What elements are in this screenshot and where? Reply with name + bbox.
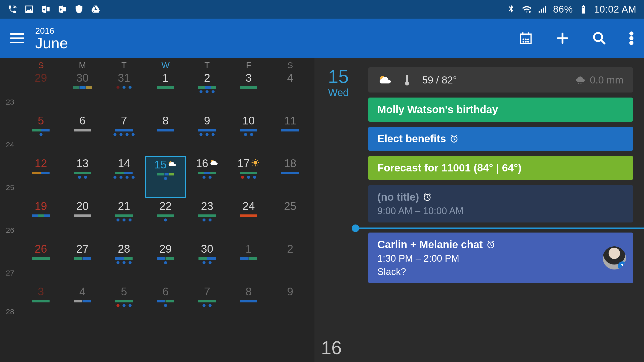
day-cell[interactable]: 7 xyxy=(186,284,228,323)
agenda-panel[interactable]: 15 Wed 59 / 82° 0.0 mm Molly Watson's bi… xyxy=(314,58,644,362)
event-description: Slack? xyxy=(377,266,624,277)
day-cell[interactable]: 18 xyxy=(269,156,311,198)
day-cell[interactable]: 4 xyxy=(269,70,311,113)
day-cell[interactable]: 22 xyxy=(145,198,186,241)
event-title: Carlin + Melanie chat xyxy=(377,239,483,251)
day-header: W xyxy=(145,60,186,70)
day-cell[interactable]: 27 xyxy=(62,241,103,284)
weather-temps: 59 / 82° xyxy=(422,74,457,86)
event-card[interactable]: (no title)9:00 AM – 10:00 AM xyxy=(368,185,633,222)
event-card[interactable]: Molly Watson's birthday xyxy=(368,98,633,122)
event-title: Elect benefits xyxy=(377,133,446,145)
day-header: S xyxy=(20,60,62,70)
svg-point-10 xyxy=(630,32,633,35)
agenda-selected-date: 15 Wed xyxy=(319,67,357,283)
day-cell[interactable]: 9 xyxy=(186,113,228,156)
weather-card[interactable]: 59 / 82° 0.0 mm xyxy=(368,67,633,93)
day-cell[interactable]: 5 xyxy=(103,284,145,323)
day-cell[interactable]: 12 xyxy=(20,156,62,198)
event-indicator-dots xyxy=(228,176,269,179)
week-row: 24567891011 xyxy=(0,113,314,156)
event-title: (no title) xyxy=(377,191,419,203)
day-cell[interactable]: 17 xyxy=(228,156,269,198)
day-cell[interactable]: 19 xyxy=(20,198,62,241)
event-indicator-dots xyxy=(103,176,145,179)
day-cell[interactable]: 3 xyxy=(228,70,269,113)
day-cell[interactable]: 13 xyxy=(62,156,103,198)
day-cell[interactable]: 1 xyxy=(145,70,186,113)
day-cell[interactable]: 6 xyxy=(145,284,186,323)
day-cell[interactable]: 25 xyxy=(269,198,311,241)
event-indicator-bar xyxy=(62,86,103,89)
day-cell[interactable]: 2 xyxy=(269,241,311,284)
event-indicator-dots xyxy=(145,218,186,221)
status-bar: 86% 10:02 AM xyxy=(0,0,644,19)
day-cell[interactable]: 29 xyxy=(20,70,62,113)
day-cell[interactable]: 1 xyxy=(228,241,269,284)
search-button[interactable] xyxy=(592,31,606,45)
day-cell[interactable]: 3 xyxy=(20,284,62,323)
day-cell[interactable]: 10 xyxy=(228,113,269,156)
event-indicator-bar xyxy=(186,257,228,260)
day-cell[interactable]: 16 xyxy=(186,156,228,198)
gallery-icon xyxy=(24,4,34,14)
event-card[interactable]: Forecast for 11001 (84° | 64°) xyxy=(368,156,633,180)
event-title: Molly Watson's birthday xyxy=(377,104,498,116)
day-cell[interactable]: 14 xyxy=(103,156,145,198)
day-cell[interactable]: 8 xyxy=(145,113,186,156)
day-cell[interactable]: 31 xyxy=(103,70,145,113)
day-cell[interactable]: 11 xyxy=(269,113,311,156)
day-cell[interactable]: 21 xyxy=(103,198,145,241)
event-indicator-dots xyxy=(228,133,269,136)
week-row: 2619202122232425 xyxy=(0,198,314,241)
event-indicator-bar xyxy=(228,300,269,302)
event-indicator-dots xyxy=(62,176,103,179)
menu-button[interactable] xyxy=(10,33,24,43)
day-header: F xyxy=(228,60,269,70)
day-cell[interactable]: 30 xyxy=(186,241,228,284)
week-number: 26 xyxy=(0,198,20,241)
day-cell[interactable]: 9 xyxy=(269,284,311,323)
bluetooth-icon xyxy=(506,4,516,14)
day-cell[interactable]: 15 xyxy=(145,156,186,198)
alarm-icon xyxy=(450,134,459,143)
event-card[interactable]: Elect benefits xyxy=(368,127,633,151)
day-cell[interactable]: 30 xyxy=(62,70,103,113)
day-cell[interactable]: 5 xyxy=(20,113,62,156)
day-cell[interactable]: 29 xyxy=(145,241,186,284)
event-title: Forecast for 11001 (84° | 64°) xyxy=(377,162,521,174)
event-indicator-bar xyxy=(62,129,103,131)
cloud-icon xyxy=(168,159,177,168)
agenda-next-day[interactable]: 16 xyxy=(321,337,342,358)
event-indicator-dots xyxy=(103,261,145,264)
event-indicator-bar xyxy=(103,172,145,174)
outlook-icon-2 xyxy=(57,4,67,14)
event-indicator-dots xyxy=(103,304,145,307)
event-indicator-dots xyxy=(186,176,228,179)
day-cell[interactable]: 20 xyxy=(62,198,103,241)
drive-icon xyxy=(91,4,101,14)
event-indicator-bar xyxy=(186,172,228,174)
day-cell[interactable]: 24 xyxy=(228,198,269,241)
overflow-menu-button[interactable] xyxy=(629,31,634,45)
svg-point-3 xyxy=(523,39,524,40)
day-cell[interactable]: 23 xyxy=(186,198,228,241)
today-icon[interactable] xyxy=(519,31,533,45)
event-indicator-bar xyxy=(228,257,269,260)
day-cell[interactable]: 7 xyxy=(103,113,145,156)
event-indicator-bar xyxy=(20,300,62,302)
header-month[interactable]: June xyxy=(35,36,68,51)
event-indicator-bar xyxy=(145,300,186,302)
add-event-button[interactable] xyxy=(555,31,570,45)
day-cell[interactable]: 2 xyxy=(186,70,228,113)
svg-rect-17 xyxy=(406,75,408,82)
svg-point-8 xyxy=(528,41,529,42)
month-grid[interactable]: SMTWTFS 23293031123424567891011251213141… xyxy=(0,58,314,362)
day-cell[interactable]: 26 xyxy=(20,241,62,284)
day-cell[interactable]: 8 xyxy=(228,284,269,323)
day-cell[interactable]: 4 xyxy=(62,284,103,323)
day-cell[interactable]: 28 xyxy=(103,241,145,284)
event-card[interactable]: Carlin + Melanie chat1:30 PM – 2:00 PMSl… xyxy=(368,233,633,283)
weather-precip: 0.0 mm xyxy=(575,74,623,86)
day-cell[interactable]: 6 xyxy=(62,113,103,156)
